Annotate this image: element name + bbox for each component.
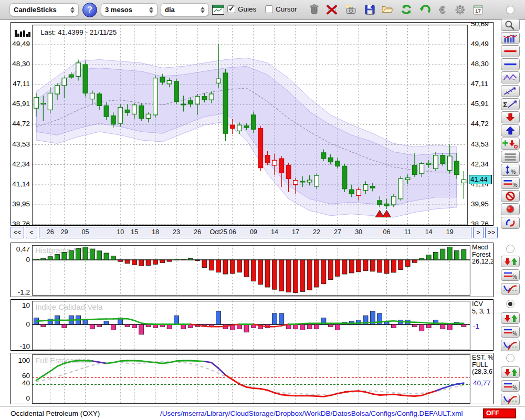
trend-line-icon <box>501 86 519 97</box>
sidebar-tool-sum-trend-button[interactable]: Σ <box>501 98 520 110</box>
macd-signal-arrows-button[interactable] <box>501 256 520 267</box>
date-tick-label: 14 <box>417 228 440 236</box>
stoch-curve-fit-button[interactable] <box>501 394 520 405</box>
disable-icon <box>501 191 519 202</box>
icv-canvas[interactable] <box>32 301 470 350</box>
off-toggle-button[interactable]: OFF <box>483 408 516 418</box>
settings-button[interactable] <box>453 3 467 17</box>
icv-axis-label: 0 <box>12 320 30 328</box>
icv-percent-compare-button[interactable]: % <box>501 326 520 338</box>
price-label: 42,34 <box>12 160 30 168</box>
sidebar-tool-red-line-button[interactable] <box>501 45 520 57</box>
sidebar-tool-reload-button[interactable] <box>501 217 520 229</box>
indicators-icon <box>501 33 519 44</box>
svg-text:%: % <box>512 182 517 188</box>
macd-axis-label: -1,2 <box>12 288 30 296</box>
interval-select[interactable]: dia <box>161 3 209 16</box>
price-label: 39,95 <box>471 200 494 208</box>
volume-histogram-icon[interactable] <box>14 27 32 39</box>
help-icon: ? <box>87 5 92 15</box>
trash-icon <box>307 3 321 17</box>
last-price-tag: 41,44 <box>469 175 492 184</box>
chart-type-select[interactable]: CandleSticks <box>9 3 79 16</box>
sidebar-tool-disable-button[interactable] <box>501 190 520 202</box>
signal-arrows-icon <box>501 256 519 267</box>
sidebar-tool-blue-line-button[interactable] <box>501 58 520 70</box>
icv-curve-fit-button[interactable] <box>501 340 520 351</box>
settings-icon <box>453 3 467 17</box>
curve-fit-icon <box>501 394 519 405</box>
trash-button[interactable] <box>307 3 321 17</box>
period-select[interactable]: 3 mesos <box>101 3 158 16</box>
date-tick-label: 06 <box>375 228 398 236</box>
guides-checkbox[interactable] <box>227 5 235 13</box>
arrow-down-icon <box>501 112 519 123</box>
date-tick-label: 22 <box>305 228 328 236</box>
config-path: /Users/mserra/Library/CloudStorage/Dropb… <box>160 410 463 417</box>
sidebar-tool-measure-vertical-button[interactable]: % <box>501 164 520 176</box>
date-axis-strip[interactable]: 2629051015182326Oct250609141722273006111… <box>39 227 471 238</box>
toolbar: CandleSticks ? 3 mesos dia Guies Cursor … <box>0 0 525 20</box>
sidebar-tool-indicators-button[interactable] <box>501 32 520 44</box>
stoch-select-radio[interactable] <box>506 354 514 362</box>
icv-axis-label: 10 <box>12 301 30 309</box>
main-chart-panel: Last: 41.4399 - 21/11/25 41,44 50,6949,4… <box>10 22 494 226</box>
snapshot-button[interactable] <box>343 3 358 17</box>
price-label: 48,30 <box>12 60 30 68</box>
price-label: 50,69 <box>471 22 494 28</box>
period-value: 3 mesos <box>105 6 132 14</box>
stochastic-canvas[interactable] <box>32 354 470 404</box>
svg-text:17: 17 <box>475 8 481 14</box>
date-tick-label: 19 <box>438 228 461 236</box>
macd-percent-compare-button[interactable]: % <box>501 269 520 281</box>
undo-button[interactable] <box>418 3 433 17</box>
delete-button[interactable] <box>324 3 339 17</box>
reload-icon <box>501 217 519 228</box>
chevron-up-down-icon <box>66 7 75 13</box>
sidebar-tool-arrow-down-button[interactable] <box>501 111 520 123</box>
prev-page-button[interactable]: < <box>26 227 37 238</box>
sidebar-tool-measure-percent-button[interactable]: % <box>501 177 520 189</box>
measure-vertical-icon: % <box>501 164 519 175</box>
date-tick-label: 06 <box>221 228 244 236</box>
macd-canvas[interactable] <box>32 245 470 296</box>
sidebar-tool-zoom-button[interactable] <box>501 19 520 31</box>
sidebar-tool-zigzag-button[interactable] <box>501 71 520 83</box>
cursor-checkbox[interactable] <box>265 5 273 13</box>
macd-curve-fit-button[interactable] <box>501 283 520 295</box>
macd-panel: Histgrama MACD Macd Forest 26,12,26 0,47… <box>10 243 494 297</box>
main-chart-canvas[interactable] <box>32 25 468 225</box>
date-tick-label: 18 <box>144 228 167 236</box>
sum-trend-icon: Σ <box>501 99 519 110</box>
price-label: 38,76 <box>12 220 30 226</box>
main-panel-select-radio[interactable] <box>506 6 514 14</box>
last-page-button[interactable]: >> <box>485 227 498 238</box>
date-navigation: << < 2629051015182326Oct2506091417222730… <box>0 227 525 240</box>
price-label: 44,72 <box>12 120 30 128</box>
stoch-percent-compare-button[interactable]: % <box>501 380 520 392</box>
sidebar-tool-levels-button[interactable] <box>501 151 520 163</box>
save-button[interactable] <box>362 3 377 17</box>
refresh-button[interactable] <box>399 3 414 17</box>
help-button[interactable]: ? <box>82 3 97 17</box>
icv-signal-arrows-button[interactable] <box>501 312 520 324</box>
stochastic-axis-label: 100 <box>12 356 30 364</box>
signal-arrows-icon <box>501 313 519 323</box>
macd-select-radio[interactable] <box>506 245 514 253</box>
sidebar-tool-trend-line-button[interactable] <box>501 85 520 97</box>
price-label: 45,91 <box>471 100 494 108</box>
sidebar-tool-add-marker-button[interactable] <box>501 138 520 150</box>
euro-button[interactable]: € <box>436 3 450 17</box>
calendar-button[interactable]: 17 <box>470 3 485 17</box>
date-tick-label: 15 <box>123 228 146 236</box>
next-page-button[interactable]: > <box>473 227 484 238</box>
mini-chart-icon[interactable] <box>212 5 224 15</box>
stoch-signal-arrows-button[interactable] <box>501 366 520 378</box>
sidebar-tool-arrow-up-button[interactable] <box>501 124 520 136</box>
first-page-button[interactable]: << <box>10 227 24 238</box>
sidebar-tool-record-button[interactable] <box>501 203 520 215</box>
percent-compare-icon: % <box>501 381 519 391</box>
snapshot-icon <box>343 3 358 17</box>
open-button[interactable] <box>380 3 395 17</box>
icv-select-radio[interactable] <box>506 300 514 308</box>
